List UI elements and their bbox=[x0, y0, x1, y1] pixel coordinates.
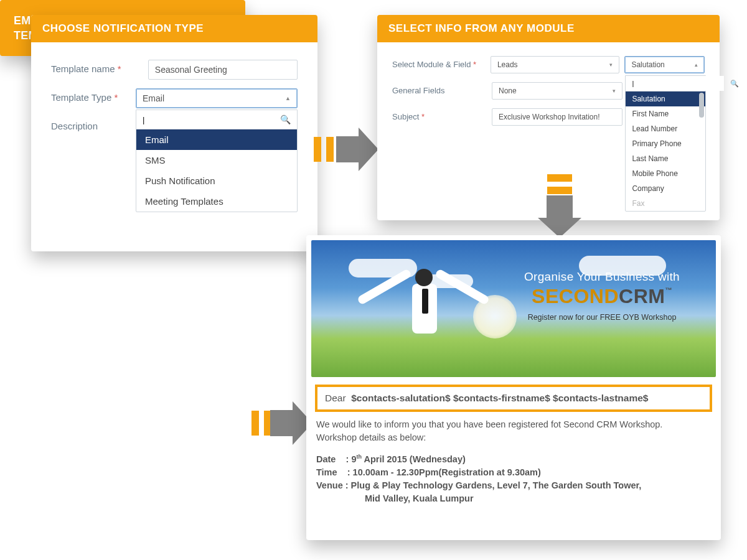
general-value: None bbox=[499, 86, 517, 95]
field-opt-fax[interactable]: Fax bbox=[626, 196, 705, 211]
field-opt-leadnumber[interactable]: Lead Number bbox=[626, 121, 705, 136]
field-select[interactable]: Salutation ▴ 🔍 Salutation First Name Lea… bbox=[624, 56, 705, 73]
template-type-select[interactable]: Email ▲ bbox=[136, 88, 298, 108]
preview-date: Date : 9th April 2015 (Wednesday) bbox=[316, 453, 711, 466]
label-template-name: Template name * bbox=[51, 60, 148, 74]
template-type-value: Email bbox=[143, 93, 164, 103]
general-fields-select[interactable]: None ▾ bbox=[492, 82, 622, 100]
dropdown-scrollbar[interactable] bbox=[699, 93, 704, 118]
preview-venue: Venue : Plug & Play Technology Gardens, … bbox=[316, 479, 711, 492]
template-type-dropdown: 🔍 Email SMS Push Notification Meeting Te… bbox=[136, 110, 298, 212]
template-name-input[interactable] bbox=[148, 60, 298, 80]
dropdown-option-sms[interactable]: SMS bbox=[136, 150, 297, 170]
preview-body: We would like to inform you that you hav… bbox=[316, 418, 711, 505]
banner-line1: Organise Your Business with bbox=[499, 270, 705, 284]
field-opt-firstname[interactable]: First Name bbox=[626, 106, 705, 121]
field-dropdown: 🔍 Salutation First Name Lead Number Prim… bbox=[625, 75, 706, 212]
connector-bars-2 bbox=[547, 174, 572, 194]
arrow-down-1 bbox=[538, 195, 581, 238]
banner-person-illustration bbox=[355, 259, 492, 358]
chevron-up-icon: ▴ bbox=[695, 62, 698, 68]
module-value: Leads bbox=[497, 60, 518, 69]
label-module: Select Module & Field * bbox=[392, 56, 491, 69]
dropdown-search-input[interactable] bbox=[136, 110, 274, 129]
label-general: General Fields bbox=[392, 82, 492, 95]
preview-dear-box: Dear $contacts-salutation$ $contacts-fir… bbox=[315, 385, 712, 412]
preview-banner: Organise Your Business with SECONDCRM™ R… bbox=[311, 240, 716, 377]
label-subject: Subject * bbox=[392, 108, 492, 121]
card2-header: SELECT INFO FROM ANY MODULE bbox=[377, 15, 720, 42]
arrow-right-1 bbox=[336, 128, 378, 171]
dropdown-option-meeting[interactable]: Meeting Templates bbox=[136, 191, 297, 212]
chevron-up-icon: ▲ bbox=[285, 95, 291, 101]
module-select[interactable]: Leads ▾ bbox=[491, 56, 620, 73]
field-opt-salutation[interactable]: Salutation bbox=[626, 91, 705, 106]
dropdown-option-push[interactable]: Push Notification bbox=[136, 170, 297, 191]
banner-line3: Register now for our FREE OYB Workshop bbox=[499, 313, 705, 322]
field-value: Salutation bbox=[631, 60, 664, 69]
card1-header: CHOOSE NOTIFICATION TYPE bbox=[31, 15, 317, 42]
subject-input[interactable] bbox=[492, 108, 622, 126]
field-opt-primaryphone[interactable]: Primary Phone bbox=[626, 136, 705, 151]
card-email-preview: Organise Your Business with SECONDCRM™ R… bbox=[306, 235, 721, 540]
banner-brand: SECONDCRM™ bbox=[499, 285, 705, 308]
card-choose-notification: CHOOSE NOTIFICATION TYPE Template name *… bbox=[31, 15, 317, 251]
label-template-type: Template Type * bbox=[51, 88, 136, 103]
connector-bars-1 bbox=[314, 137, 334, 162]
preview-intro-b: Workshop details as below: bbox=[316, 431, 711, 444]
field-opt-mobilephone[interactable]: Mobile Phone bbox=[626, 166, 705, 181]
field-opt-company[interactable]: Company bbox=[626, 181, 705, 196]
preview-venue-line2: Mid Valley, Kuala Lumpur bbox=[316, 492, 711, 505]
field-opt-lastname[interactable]: Last Name bbox=[626, 151, 705, 166]
preview-time: Time : 10.00am - 12.30Ppm(Registration a… bbox=[316, 466, 711, 479]
search-icon: 🔍 bbox=[274, 114, 297, 124]
connector-bars-3 bbox=[251, 411, 271, 436]
search-icon: 🔍 bbox=[724, 80, 745, 88]
chevron-down-icon: ▾ bbox=[613, 88, 616, 94]
chevron-down-icon: ▾ bbox=[609, 62, 613, 68]
field-search-input[interactable] bbox=[626, 76, 724, 91]
preview-intro-a: We would like to inform you that you hav… bbox=[316, 418, 711, 431]
dropdown-option-email[interactable]: Email bbox=[136, 129, 297, 150]
